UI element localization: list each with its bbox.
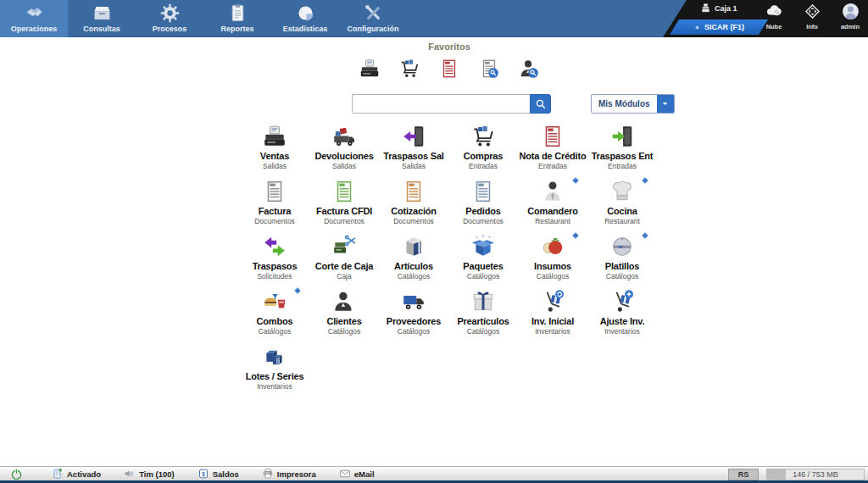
shopping-cart-icon xyxy=(470,124,496,149)
module-item[interactable]: Combos Catálogos xyxy=(240,286,309,341)
module-item[interactable]: Nota de Crédito Entradas xyxy=(518,121,587,176)
register-label: Caja 1 xyxy=(715,4,737,13)
favorite-consulta-clientes[interactable] xyxy=(518,58,540,81)
status-saldos[interactable]: $ Saldos xyxy=(198,468,239,480)
module-item[interactable]: Pedidos Documentos xyxy=(448,176,518,231)
nav-tab[interactable]: Operaciones xyxy=(0,0,68,37)
module-category: Documentos xyxy=(463,217,504,225)
module-item[interactable]: Comandero Restaurant xyxy=(518,176,587,231)
cash-register-small-icon xyxy=(700,3,711,14)
status-item-label: Tim (100) xyxy=(139,469,175,479)
status-impresora[interactable]: Impresora xyxy=(262,468,316,480)
search-input[interactable] xyxy=(352,94,530,114)
status-email[interactable]: eMail xyxy=(339,468,375,480)
module-item[interactable]: Factura CFDI Documentos xyxy=(309,176,379,231)
nav-tab-label: Operaciones xyxy=(11,25,58,33)
module-item[interactable]: Traspasos Sal Salidas xyxy=(379,121,448,176)
register-indicator[interactable]: Caja 1 xyxy=(700,3,737,14)
module-item[interactable]: Traspasos Solicitudes xyxy=(240,231,309,286)
dish-dome-icon xyxy=(609,234,635,259)
nav-tab[interactable]: Reportes xyxy=(203,0,271,37)
module-item[interactable]: Cocina Restaurant xyxy=(587,176,657,231)
quick-action-admin[interactable]: admin xyxy=(835,2,865,31)
status-tim-100-[interactable]: Tim (100) xyxy=(124,468,175,480)
module-category: Caja xyxy=(337,272,351,280)
new-feature-badge-icon xyxy=(571,176,580,185)
chef-hat-icon xyxy=(609,179,635,204)
module-item[interactable]: Proveedores Catálogos xyxy=(379,286,448,341)
quick-action-info[interactable]: Info xyxy=(797,2,827,31)
favorite-ventas[interactable] xyxy=(359,58,381,81)
module-name: Ventas xyxy=(260,151,289,161)
module-name: Corte de Caja xyxy=(315,261,373,271)
module-name: Traspasos Sal xyxy=(383,151,443,161)
document-gray-icon xyxy=(262,179,287,204)
search-icon xyxy=(534,97,548,111)
cash-register-icon xyxy=(262,124,287,149)
power-icon[interactable] xyxy=(10,468,23,480)
new-feature-badge-icon xyxy=(641,176,649,185)
module-name: Ajuste Inv. xyxy=(600,316,645,326)
my-modules-dropdown[interactable]: Mis Módulos xyxy=(591,94,675,114)
nav-tab[interactable]: Configuración xyxy=(339,0,407,37)
favorite-consulta-documentos[interactable] xyxy=(478,58,500,81)
document-red-icon xyxy=(438,58,460,80)
favorite-nota-credito[interactable] xyxy=(438,58,460,81)
memory-usage-label: 146 / 753 MB xyxy=(767,469,864,480)
favorite-compras[interactable] xyxy=(398,58,420,81)
module-name: Proveedores xyxy=(387,316,441,326)
nav-tab-label: Configuración xyxy=(348,25,399,33)
status-item-label: Activado xyxy=(67,469,101,479)
module-name: Inv. Inicial xyxy=(531,316,574,326)
module-item[interactable]: Platillos Catálogos xyxy=(587,231,657,286)
module-item[interactable]: Ajuste Inv. Inventarios xyxy=(587,286,657,341)
module-category: Documentos xyxy=(393,217,434,225)
chevron-down-icon xyxy=(660,99,670,108)
module-category: Inventarios xyxy=(257,382,292,391)
module-name: Platillos xyxy=(605,261,639,271)
module-name: Paquetes xyxy=(463,261,503,271)
module-item[interactable]: Corte de Caja Caja xyxy=(309,231,379,286)
quick-actions: Nube Info admin xyxy=(759,2,865,31)
svg-text:$: $ xyxy=(202,471,205,478)
module-item[interactable]: Ventas Salidas xyxy=(240,121,309,176)
module-category: Restaurant xyxy=(604,217,640,225)
module-category: Catálogos xyxy=(328,327,360,336)
new-feature-badge-icon xyxy=(571,231,580,240)
module-item[interactable]: Preartículos Catálogos xyxy=(448,286,518,341)
module-item[interactable]: Insumos Catálogos xyxy=(518,231,587,286)
module-item[interactable]: Inv. Inicial Inventarios xyxy=(518,286,587,341)
license-doc-icon xyxy=(52,468,64,480)
quick-action-nube[interactable]: Nube xyxy=(759,2,789,31)
brand-banner[interactable]: SICAR (F1) xyxy=(670,19,768,35)
module-item[interactable]: Factura Documentos xyxy=(240,176,309,231)
module-category: Solicitudes xyxy=(257,272,292,280)
product-box-icon xyxy=(401,234,426,259)
module-item[interactable]: Compras Entradas xyxy=(448,121,518,176)
module-name: Artículos xyxy=(394,261,433,271)
module-item[interactable]: Lotes / Series Inventarios xyxy=(240,341,309,397)
module-category: Catálogos xyxy=(467,327,499,336)
status-activado[interactable]: Activado xyxy=(52,468,101,480)
search-button[interactable] xyxy=(530,94,551,114)
module-category: Entradas xyxy=(469,162,498,170)
dropdown-arrow-box xyxy=(657,95,674,113)
pie-chart-icon xyxy=(295,3,316,24)
nav-tab[interactable]: Estadísticas xyxy=(271,0,339,37)
status-items: Activado Tim (100) $ Saldos Impresora eM… xyxy=(52,468,375,480)
module-name: Preartículos xyxy=(457,316,509,326)
nav-tab-label: Procesos xyxy=(153,25,187,33)
module-item[interactable]: Clientes Catálogos xyxy=(309,286,379,341)
module-item[interactable]: Artículos Catálogos xyxy=(379,231,448,286)
nav-tab[interactable]: Procesos xyxy=(136,0,203,37)
delivery-truck-icon xyxy=(401,289,426,314)
module-item[interactable]: Paquetes Catálogos xyxy=(448,231,518,286)
handshake-icon xyxy=(24,3,45,24)
transfer-arrows-icon xyxy=(262,234,287,259)
nav-tab[interactable]: Consultas xyxy=(68,0,136,37)
quick-action-label: Nube xyxy=(766,23,782,31)
module-item[interactable]: Devoluciones Salidas xyxy=(309,121,379,176)
envelope-icon xyxy=(339,468,351,480)
module-item[interactable]: Traspasos Ent Entradas xyxy=(587,121,657,176)
module-item[interactable]: Cotización Documentos xyxy=(379,176,448,231)
